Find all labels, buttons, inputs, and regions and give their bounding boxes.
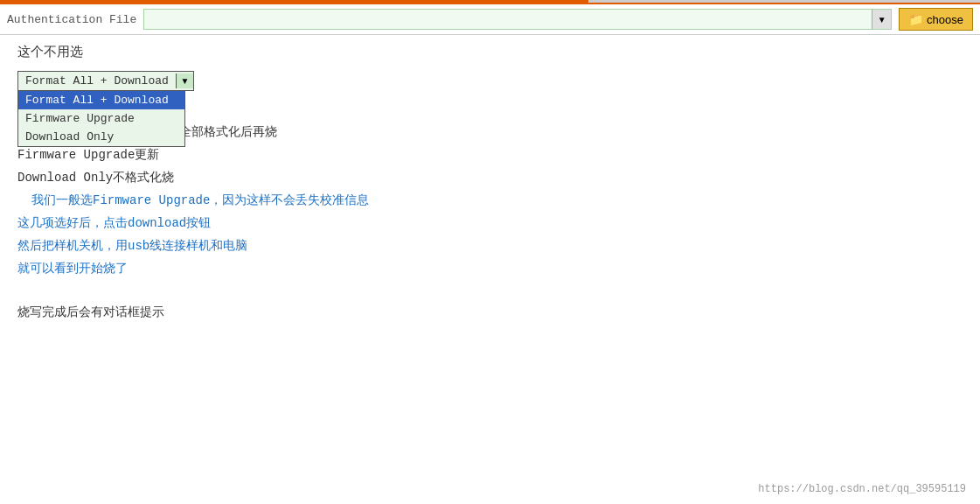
desc-click-download: 这几项选好后，点击download按钮 [17, 215, 963, 231]
note-text: 这个不用选 [17, 44, 963, 60]
dropdown-item-format-all[interactable]: Format All + Download [18, 91, 184, 109]
desc-recommendation: 我们一般选Firmware Upgrade，因为这样不会丢失校准信息 [17, 192, 963, 208]
desc-firmware-upgrade: Firmware Upgrade更新 [17, 147, 963, 163]
dropdown-item-firmware-upgrade[interactable]: Firmware Upgrade [18, 109, 184, 128]
desc-download-only: Download Only不格式化烧 [17, 170, 963, 186]
folder-icon: 📁 [908, 12, 923, 26]
desc-burning-start: 就可以看到开始烧了 [17, 261, 963, 276]
dropdown-selected-text: Format All + Download [18, 72, 176, 90]
desc-spacer [17, 284, 963, 298]
auth-label: Authentication File [7, 13, 136, 26]
choose-label: choose [927, 13, 963, 26]
auth-input[interactable] [144, 10, 872, 29]
main-content: 这个不用选 Format All + Download ▼ Format All… [0, 35, 980, 336]
footer-link: https://blog.csdn.net/qq_39595119 [758, 483, 966, 495]
auth-dropdown-button[interactable]: ▼ [872, 10, 891, 29]
dropdown-item-download-only[interactable]: Download Only [18, 128, 184, 146]
auth-file-row: Authentication File ▼ 📁 choose [0, 3, 980, 35]
desc-usb-connect: 然后把样机关机，用usb线连接样机和电脑 [17, 238, 963, 254]
dropdown-list: Format All + Download Firmware Upgrade D… [17, 91, 185, 147]
desc-dialog-prompt: 烧写完成后会有对话框提示 [17, 304, 963, 320]
choose-button[interactable]: 📁 choose [899, 8, 973, 31]
auth-input-wrapper: ▼ [143, 9, 892, 30]
dropdown-toggle-button[interactable]: ▼ [176, 74, 193, 88]
write-mode-dropdown[interactable]: Format All + Download ▼ Format All + Dow… [17, 71, 194, 91]
dropdown-selected-display[interactable]: Format All + Download ▼ [17, 71, 194, 91]
